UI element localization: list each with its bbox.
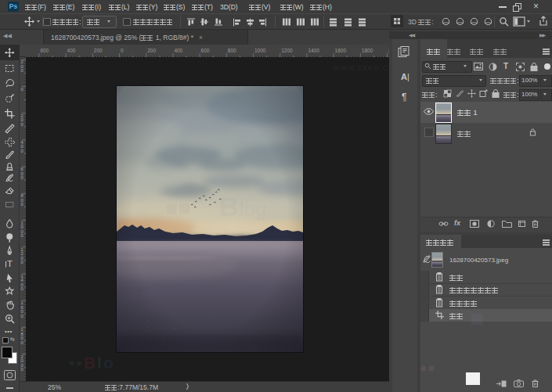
svg-text:0: 0 <box>21 340 23 345</box>
svg-text:0: 0 <box>21 175 23 180</box>
svg-text:200: 200 <box>147 48 156 53</box>
svg-text:200: 200 <box>94 48 103 53</box>
svg-text:log: log <box>240 197 267 221</box>
svg-text:0: 0 <box>21 149 23 153</box>
svg-text:600: 600 <box>40 48 49 53</box>
svg-text:400: 400 <box>67 48 76 53</box>
svg-text:0: 0 <box>21 367 23 372</box>
svg-text:0: 0 <box>21 122 23 127</box>
svg-text:0: 0 <box>21 202 23 207</box>
svg-text:0: 0 <box>21 68 23 73</box>
svg-text:■■: ■■ <box>165 196 191 220</box>
svg-text:0: 0 <box>21 286 23 291</box>
svg-text:0: 0 <box>21 260 23 264</box>
svg-text:0: 0 <box>21 314 23 318</box>
svg-text:800: 800 <box>228 48 236 53</box>
svg-text:1200: 1200 <box>281 48 293 53</box>
svg-text:1400: 1400 <box>308 48 319 53</box>
svg-text:0: 0 <box>121 48 124 53</box>
svg-text:1800: 1800 <box>362 48 373 53</box>
svg-text:600: 600 <box>201 48 210 53</box>
svg-text:1000: 1000 <box>254 48 266 53</box>
svg-text:0: 0 <box>21 87 23 92</box>
svg-text:B: B <box>219 192 239 221</box>
svg-text:400: 400 <box>174 48 182 53</box>
svg-text:0: 0 <box>21 233 23 238</box>
svg-text:1600: 1600 <box>335 48 347 53</box>
svg-text:T: T <box>7 259 13 268</box>
